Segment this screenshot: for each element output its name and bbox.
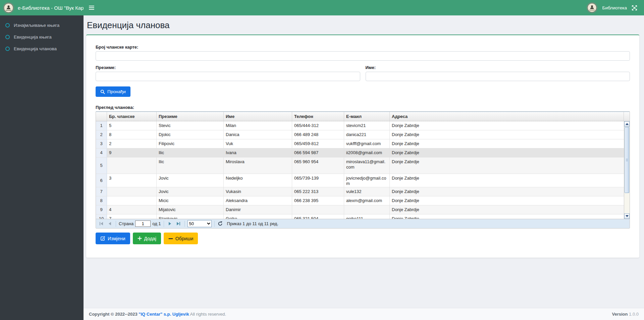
scroll-up-icon[interactable] <box>624 121 630 127</box>
last-name-cell: Stevic <box>157 121 224 130</box>
scrollbar-thumb[interactable] <box>625 127 629 193</box>
card-number-label: Број чланске карте: <box>96 45 630 50</box>
add-button[interactable]: Додај <box>133 233 161 244</box>
phone-cell: 065 321 504 <box>292 214 344 219</box>
nav-circle-icon <box>5 23 10 27</box>
address-cell: Donje Zabrdje <box>390 196 624 205</box>
edit-icon <box>100 236 105 241</box>
last-name-label: Презиме: <box>96 65 360 70</box>
phone-cell: 066 489 248 <box>292 130 344 139</box>
page-size-select[interactable]: 50 <box>187 220 212 227</box>
email-cell: ii2008@gmail.com <box>344 148 390 157</box>
address-cell: Donje Zabrdje <box>390 121 624 130</box>
column-header-card[interactable]: Бр. чланске <box>107 112 157 121</box>
content-area: Евиденција чланова Број чланске карте: П… <box>84 15 644 308</box>
first-name-cell: Gojko <box>224 214 292 219</box>
card-number-cell: 4 <box>107 205 157 214</box>
scrollbar-track[interactable] <box>624 193 630 213</box>
email-cell: gojko111 <box>344 214 390 219</box>
address-cell: Donje Zabrdje <box>390 130 624 139</box>
row-number-cell: 1 <box>96 121 107 130</box>
first-name-input[interactable] <box>366 72 630 81</box>
last-name-cell: Ilic <box>157 157 224 174</box>
column-header-rownum[interactable] <box>96 112 107 121</box>
table-row[interactable]: 7 Jovic Vukasin 065 222 313 vule132 Donj… <box>96 187 624 196</box>
delete-button[interactable]: Обриши <box>164 233 198 244</box>
row-number-cell: 10 <box>96 214 107 219</box>
email-cell: vukfff@gmail.com <box>344 139 390 148</box>
email-cell <box>344 205 390 214</box>
table-row[interactable]: 1 5 Stevic Milan 065/444-312 stevicm21 D… <box>96 121 624 130</box>
grid-caption: Преглед чланова: <box>96 105 630 110</box>
top-navbar: е-Библиотека - ОШ "Вук Кар Библиотека <box>0 0 644 15</box>
user-avatar[interactable] <box>586 2 598 13</box>
column-header-first[interactable]: Име <box>224 112 292 121</box>
first-name-cell: Nedeljko <box>224 174 292 187</box>
row-number-cell: 5 <box>96 157 107 174</box>
first-name-cell: Vukasin <box>224 187 292 196</box>
scroll-down-icon[interactable] <box>624 213 630 219</box>
card-number-cell: 5 <box>107 121 157 130</box>
pager-last-icon[interactable] <box>175 220 182 227</box>
version-label: Version <box>612 312 628 317</box>
phone-cell: 066 238 395 <box>292 196 344 205</box>
refresh-icon[interactable] <box>217 221 223 227</box>
address-cell: Donje Zabrdje <box>390 205 624 214</box>
delete-icon <box>168 237 173 241</box>
copyright-text: Copyright © 2022--2023 <box>89 312 138 317</box>
table-row[interactable]: 2 8 Djokic Danica 066 489 248 danica221 … <box>96 130 624 139</box>
column-header-email[interactable]: Е-маил <box>344 112 390 121</box>
first-name-cell: Milan <box>224 121 292 130</box>
table-row[interactable]: 9 4 Mijatovic Danimir Donje Zabrdje <box>96 205 624 214</box>
grid-pager: Страна од 1 50 <box>96 219 630 228</box>
card-number-cell <box>107 157 157 174</box>
row-number-cell: 7 <box>96 187 107 196</box>
fullscreen-icon[interactable] <box>632 5 637 11</box>
search-icon <box>100 89 105 94</box>
table-row[interactable]: 4 9 Ilic Ivana 066 594 987 ii2008@gmail.… <box>96 148 624 157</box>
phone-cell <box>292 205 344 214</box>
company-link[interactable]: "IQ Centar" s.p. Ugljevik <box>139 312 189 317</box>
hamburger-icon[interactable] <box>89 5 96 11</box>
search-button[interactable]: Пронађи <box>96 86 130 97</box>
address-cell: Donje Zabrdje <box>390 174 624 187</box>
members-grid: Бр. чланске Презиме Име Телефон Е-маил А… <box>96 111 630 229</box>
column-header-phone[interactable]: Телефон <box>292 112 344 121</box>
address-cell: Donje Zabrdje <box>390 214 624 219</box>
pager-page-label: Страна <box>119 221 133 226</box>
grid-body: 1 5 Stevic Milan 065/444-312 stevicm21 D… <box>96 121 630 219</box>
last-name-input[interactable] <box>96 72 360 81</box>
column-header-address[interactable]: Адреса <box>390 112 624 121</box>
version-value: 1.0.0 <box>629 312 639 317</box>
phone-cell: 065/459-812 <box>292 139 344 148</box>
pager-page-input[interactable] <box>135 220 151 227</box>
card-number-input[interactable] <box>96 51 630 61</box>
brand[interactable]: е-Библиотека - ОШ "Вук Кар <box>0 0 84 15</box>
table-row[interactable]: 3 2 Filipovic Vuk 065/459-812 vukfff@gma… <box>96 139 624 148</box>
edit-button[interactable]: Измјени <box>96 233 130 244</box>
phone-cell: 065 222 313 <box>292 187 344 196</box>
card-number-cell: 2 <box>107 139 157 148</box>
last-name-cell: Stankovic <box>157 214 224 219</box>
last-name-cell: Micic <box>157 196 224 205</box>
row-number-cell: 9 <box>96 205 107 214</box>
pager-next-icon[interactable] <box>167 220 173 227</box>
sidebar-item[interactable]: Изнајмљивање књига <box>0 19 84 31</box>
user-menu-label[interactable]: Библиотека <box>602 5 627 10</box>
members-table-body: 1 5 Stevic Milan 065/444-312 stevicm21 D… <box>96 121 624 219</box>
page-title: Евиденција чланова <box>87 20 639 30</box>
card-number-cell: 8 <box>107 130 157 139</box>
first-name-cell: Ivana <box>224 148 292 157</box>
table-row[interactable]: 10 7 Stankovic Gojko 065 321 504 gojko11… <box>96 214 624 219</box>
last-name-cell: Djokic <box>157 130 224 139</box>
card-number-cell <box>107 187 157 196</box>
table-row[interactable]: 8 Micic Aleksandra 066 238 395 alexm@gma… <box>96 196 624 205</box>
address-cell: Donje Zabrdje <box>390 139 624 148</box>
pager-first-icon[interactable] <box>98 220 105 227</box>
table-row[interactable]: 5 Ilic Miroslava 065 960 954 miroslava11… <box>96 157 624 174</box>
column-header-last[interactable]: Презиме <box>157 112 224 121</box>
sidebar-item[interactable]: Евиденција чланова <box>0 43 84 55</box>
table-row[interactable]: 6 3 Jovic Nedeljko 065/739-139 jovicnedj… <box>96 174 624 187</box>
sidebar-item[interactable]: Евиденција књига <box>0 31 84 43</box>
pager-prev-icon[interactable] <box>106 220 113 227</box>
